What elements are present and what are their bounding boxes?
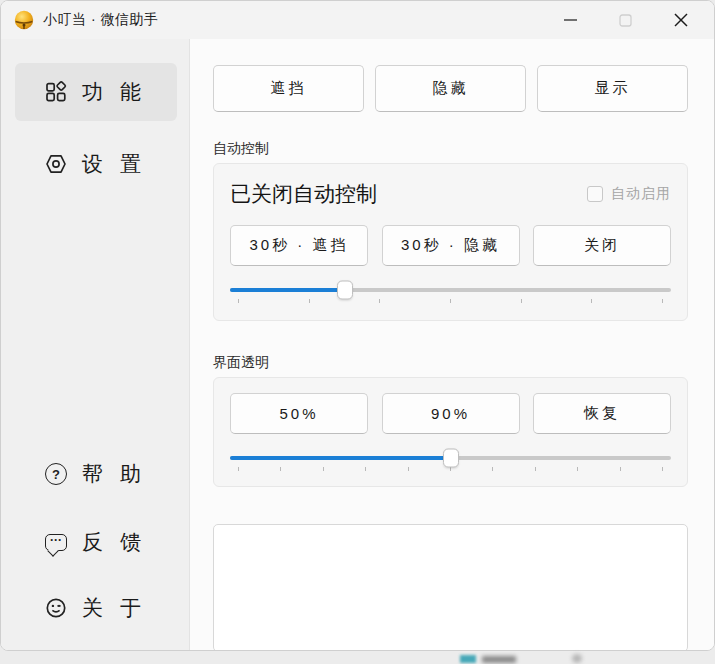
settings-icon xyxy=(43,151,69,177)
slider-fill xyxy=(230,288,345,292)
auto-control-status: 已关闭自动控制 xyxy=(230,180,377,208)
slider-thumb[interactable] xyxy=(443,449,459,468)
window-controls xyxy=(543,1,708,39)
cover-button[interactable]: 遮挡 xyxy=(213,65,364,112)
slider-thumb[interactable] xyxy=(337,281,353,300)
auto-control-slider[interactable] xyxy=(230,288,671,303)
minimize-button[interactable] xyxy=(543,1,598,39)
quick-actions: 遮挡 隐藏 显示 xyxy=(213,65,688,112)
sidebar-item-label: 设置 xyxy=(82,150,158,178)
sidebar-item-settings[interactable]: 设置 xyxy=(15,135,177,193)
sidebar-item-label: 反馈 xyxy=(82,528,158,556)
auto-enable-checkbox-row[interactable]: 自动启用 xyxy=(587,185,671,203)
taskbar-icon-sliver xyxy=(460,655,476,663)
auto-off-button[interactable]: 关闭 xyxy=(533,225,671,266)
sidebar-item-functions[interactable]: 功能 xyxy=(15,63,177,121)
auto-enable-label: 自动启用 xyxy=(611,185,671,203)
window-title: 小叮当 · 微信助手 xyxy=(43,11,158,29)
taskbar-icon-sliver xyxy=(482,656,516,663)
sidebar: 功能 设置 ? 帮助 ··· xyxy=(1,39,190,650)
opacity-restore-button[interactable]: 恢复 xyxy=(533,393,671,434)
show-button[interactable]: 显示 xyxy=(537,65,688,112)
opacity-90-button[interactable]: 90% xyxy=(382,393,520,434)
apps-icon xyxy=(43,79,69,105)
sidebar-item-feedback[interactable]: ··· 反馈 xyxy=(15,513,177,571)
app-bell-icon xyxy=(13,8,35,32)
sidebar-item-label: 功能 xyxy=(82,78,158,106)
app-window: 小叮当 · 微信助手 xyxy=(0,0,715,651)
hide-button[interactable]: 隐藏 xyxy=(375,65,526,112)
feedback-icon: ··· xyxy=(43,529,69,555)
slider-ticks xyxy=(230,467,671,471)
desktop-strip xyxy=(0,651,715,664)
auto-control-group: 已关闭自动控制 自动启用 30秒 · 遮挡 30秒 · 隐藏 关闭 xyxy=(213,163,688,321)
main-panel: 遮挡 隐藏 显示 自动控制 已关闭自动控制 自动启用 30秒 · 遮挡 30秒 … xyxy=(190,39,715,650)
about-icon xyxy=(43,595,69,621)
transparency-section-label: 界面透明 xyxy=(213,354,688,372)
sidebar-item-about[interactable]: 关于 xyxy=(15,579,177,637)
auto-control-section-label: 自动控制 xyxy=(213,140,688,158)
slider-fill xyxy=(230,456,451,460)
slider-ticks xyxy=(230,299,671,303)
opacity-50-button[interactable]: 50% xyxy=(230,393,368,434)
log-textarea[interactable] xyxy=(213,524,688,651)
slider-track[interactable] xyxy=(230,288,671,292)
taskbar-icon-sliver xyxy=(572,654,582,663)
titlebar[interactable]: 小叮当 · 微信助手 xyxy=(1,1,714,39)
hide-30s-button[interactable]: 30秒 · 隐藏 xyxy=(382,225,520,266)
slider-track[interactable] xyxy=(230,456,671,460)
close-button[interactable] xyxy=(653,1,708,39)
sidebar-item-label: 关于 xyxy=(82,594,158,622)
sidebar-item-help[interactable]: ? 帮助 xyxy=(15,445,177,503)
maximize-button[interactable] xyxy=(598,1,653,39)
auto-enable-checkbox[interactable] xyxy=(587,186,603,202)
transparency-slider[interactable] xyxy=(230,456,671,471)
help-icon: ? xyxy=(43,461,69,487)
transparency-group: 50% 90% 恢复 xyxy=(213,377,688,487)
cover-30s-button[interactable]: 30秒 · 遮挡 xyxy=(230,225,368,266)
sidebar-item-label: 帮助 xyxy=(82,460,158,488)
